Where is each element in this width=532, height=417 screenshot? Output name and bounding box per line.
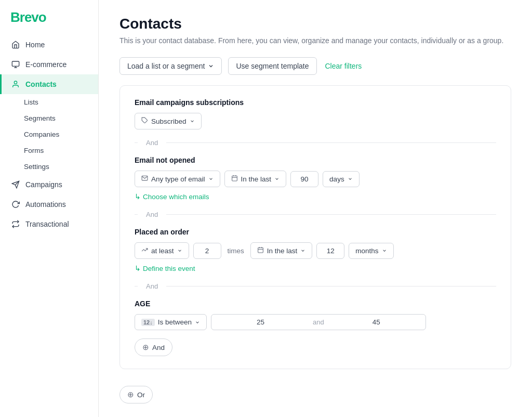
clear-filters-label: Clear filters — [325, 62, 362, 70]
sidebar-item-settings[interactable]: Settings — [0, 159, 98, 175]
add-and-button[interactable]: ⊕ And — [135, 338, 172, 356]
age-max-input[interactable] — [327, 315, 425, 330]
arrow-sub-icon: ↳ — [135, 192, 141, 201]
automations-icon — [11, 200, 20, 209]
age-and-separator: and — [310, 318, 327, 326]
main-content: Contacts This is your contact database. … — [99, 0, 532, 417]
email-not-opened-row: Any type of email In the last days — [135, 171, 496, 187]
email-icon — [141, 175, 148, 183]
chevron-icon-6 — [300, 248, 305, 253]
subscription-status-dropdown[interactable]: Subscribed — [135, 113, 202, 129]
chart-icon — [141, 246, 148, 255]
chevron-icon-7 — [382, 248, 387, 253]
add-or-button[interactable]: ⊕ Or — [119, 386, 153, 403]
and-divider-2: And — [135, 211, 496, 218]
sidebar-item-campaigns[interactable]: Campaigns — [0, 175, 98, 194]
svg-point-1 — [14, 81, 17, 84]
time-range-dropdown[interactable]: In the last — [224, 171, 287, 187]
use-segment-template-button[interactable]: Use segment template — [228, 57, 316, 75]
sidebar-item-contacts-label: Contacts — [25, 80, 57, 88]
clear-filters-button[interactable]: Clear filters — [323, 58, 364, 74]
times-value-input[interactable] — [193, 243, 221, 259]
plus-circle-icon: ⊕ — [142, 343, 149, 352]
define-event-link[interactable]: ↳ Define this event — [135, 264, 195, 272]
sidebar-item-segments[interactable]: Segments — [0, 110, 98, 126]
months-unit-dropdown[interactable]: months — [349, 243, 393, 259]
or-section: ⊕ Or — [119, 377, 511, 403]
sidebar-item-transactional[interactable]: Transactional — [0, 214, 98, 234]
months-value-input[interactable] — [316, 243, 344, 259]
frequency-dropdown[interactable]: at least — [135, 242, 189, 259]
filter-section-email-subscriptions: Email campaigns subscriptions Subscribed — [135, 98, 496, 129]
app-logo: Brevo — [0, 0, 98, 33]
tag-icon — [141, 117, 148, 125]
days-unit-value: days — [329, 175, 344, 183]
sidebar: Brevo Home E-commerce Contacts Lists Seg… — [0, 0, 99, 417]
transactional-icon — [11, 219, 20, 229]
filter-card: Email campaigns subscriptions Subscribed… — [119, 85, 511, 369]
and-label-2: And — [144, 211, 160, 218]
ecommerce-icon — [11, 60, 20, 69]
chevron-icon-8 — [195, 320, 200, 325]
toolbar: Load a list or a segment Use segment tem… — [119, 57, 511, 75]
chevron-icon — [190, 119, 195, 124]
chevron-icon-5 — [177, 248, 182, 253]
times-unit-label: times — [225, 243, 246, 258]
email-not-opened-label: Email not opened — [135, 156, 496, 164]
sidebar-item-transactional-label: Transactional — [25, 220, 69, 228]
sidebar-item-home-label: Home — [25, 41, 45, 49]
svg-rect-5 — [232, 176, 237, 181]
and-divider-1: And — [135, 139, 496, 147]
load-list-label: Load a list or a segment — [127, 62, 205, 70]
sidebar-item-campaigns-label: Campaigns — [25, 180, 62, 189]
age-condition-dropdown[interactable]: 12↓ Is between — [135, 314, 207, 330]
sidebar-item-companies[interactable]: Companies — [0, 126, 98, 142]
page-subtitle: This is your contact database. From here… — [119, 36, 511, 45]
email-type-dropdown[interactable]: Any type of email — [135, 171, 220, 187]
age-condition-value: Is between — [158, 318, 192, 326]
sidebar-item-home[interactable]: Home — [0, 35, 98, 55]
plus-circle-icon-2: ⊕ — [127, 390, 134, 399]
choose-which-emails-label: Choose which emails — [143, 193, 209, 201]
number-icon: 12↓ — [141, 319, 155, 326]
sidebar-item-automations-label: Automations — [25, 200, 66, 208]
placed-order-label: Placed an order — [135, 228, 496, 236]
filter-section-placed-order: Placed an order at least times In the la… — [135, 228, 496, 273]
svg-rect-0 — [12, 61, 19, 66]
svg-rect-9 — [258, 247, 263, 253]
campaigns-icon — [11, 180, 20, 189]
age-label: AGE — [135, 299, 496, 308]
chevron-icon-3 — [274, 176, 280, 181]
calendar-icon-2 — [257, 246, 264, 255]
subscription-status-value: Subscribed — [151, 118, 187, 125]
sidebar-item-ecommerce-label: E-commerce — [25, 60, 66, 69]
placed-order-row: at least times In the last months — [135, 242, 496, 259]
filter-section-email-not-opened: Email not opened Any type of email In th… — [135, 156, 496, 201]
frequency-value: at least — [151, 247, 174, 255]
age-row: 12↓ Is between and — [135, 314, 496, 330]
segment-template-label: Use segment template — [236, 62, 309, 70]
order-time-range-dropdown[interactable]: In the last — [250, 242, 313, 259]
home-icon — [11, 40, 20, 49]
days-unit-dropdown[interactable]: days — [323, 171, 360, 187]
sidebar-item-ecommerce[interactable]: E-commerce — [0, 55, 98, 74]
sidebar-item-contacts[interactable]: Contacts — [0, 74, 98, 94]
age-range-wrapper: and — [211, 314, 426, 330]
sidebar-item-forms[interactable]: Forms — [0, 142, 98, 159]
email-type-value: Any type of email — [151, 175, 205, 183]
age-min-input[interactable] — [211, 315, 310, 330]
chevron-down-icon — [208, 63, 214, 69]
email-subscriptions-label: Email campaigns subscriptions — [135, 98, 496, 107]
arrow-sub-icon-2: ↳ — [135, 264, 141, 272]
page-title: Contacts — [119, 16, 511, 32]
months-unit-value: months — [355, 247, 378, 255]
and-label-1: And — [144, 139, 160, 147]
sidebar-item-automations[interactable]: Automations — [0, 194, 98, 214]
load-list-button[interactable]: Load a list or a segment — [119, 57, 222, 75]
days-value-input[interactable] — [290, 171, 318, 187]
add-or-label: Or — [137, 391, 145, 399]
contacts-icon — [11, 80, 20, 89]
sidebar-item-lists[interactable]: Lists — [0, 94, 98, 110]
calendar-icon — [231, 175, 238, 183]
choose-which-emails-link[interactable]: ↳ Choose which emails — [135, 192, 209, 201]
